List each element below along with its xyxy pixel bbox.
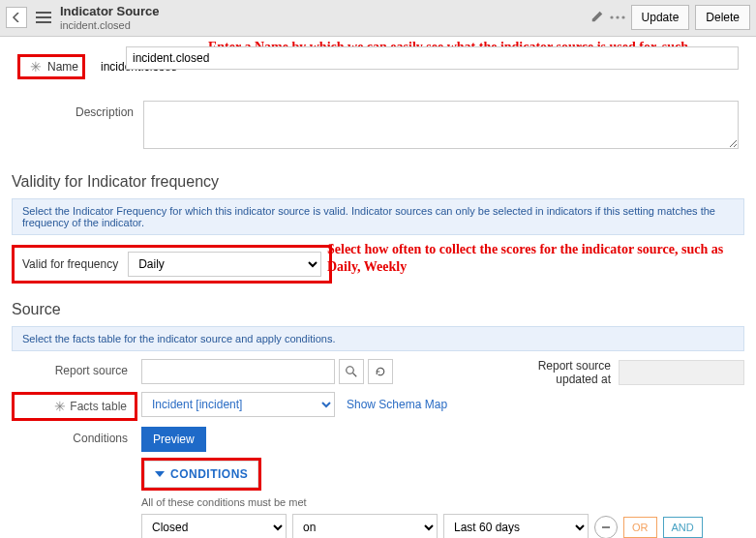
- name-label-highlight: ✳ Name: [17, 54, 85, 79]
- menu-icon[interactable]: [33, 7, 54, 28]
- facts-table-select[interactable]: Incident [incident]: [141, 392, 335, 417]
- title-sub: incident.closed: [60, 19, 160, 32]
- name-input-full[interactable]: [126, 46, 739, 70]
- description-label: Description: [17, 101, 143, 119]
- valid-frequency-highlight: Valid for frequency Daily: [12, 245, 332, 284]
- report-source-lookup-button[interactable]: [339, 359, 364, 384]
- report-updated-value: [619, 360, 744, 385]
- or-button[interactable]: OR: [623, 517, 657, 538]
- svg-point-1: [616, 16, 619, 19]
- report-updated-label: Report source updated at: [504, 359, 611, 386]
- conditions-label: Conditions: [12, 427, 137, 445]
- svg-point-0: [610, 16, 613, 19]
- show-schema-link[interactable]: Show Schema Map: [347, 398, 447, 411]
- and-button[interactable]: AND: [663, 517, 703, 538]
- condition-row: Closed on Last 60 days OR AND: [141, 514, 703, 538]
- facts-table-label: Facts table: [70, 400, 127, 413]
- validity-info: Select the Indicator Frequency for which…: [12, 198, 744, 235]
- facts-table-highlight: ✳ Facts table: [12, 392, 137, 421]
- source-section-title: Source: [12, 301, 756, 318]
- conditions-toggle[interactable]: CONDITIONS: [144, 461, 258, 488]
- edit-icon[interactable]: [590, 10, 604, 26]
- report-source-label: Report source: [12, 359, 137, 377]
- more-icon[interactable]: [610, 10, 625, 25]
- delete-button[interactable]: Delete: [695, 5, 750, 30]
- annotation-frequency: Select how often to collect the scores f…: [327, 241, 743, 276]
- title-main: Indicator Source: [60, 4, 160, 19]
- form-header: Indicator Source incident.closed Update …: [0, 0, 756, 37]
- svg-point-3: [347, 367, 354, 374]
- conditions-toggle-highlight: CONDITIONS: [141, 458, 261, 491]
- condition-field-select[interactable]: Closed: [141, 514, 287, 538]
- valid-frequency-select[interactable]: Daily: [128, 252, 321, 277]
- name-label: Name: [47, 60, 78, 74]
- report-source-refresh-button[interactable]: [368, 359, 393, 384]
- preview-button[interactable]: Preview: [141, 427, 206, 452]
- update-button[interactable]: Update: [631, 5, 690, 30]
- svg-point-2: [621, 16, 624, 19]
- description-input[interactable]: [143, 101, 739, 149]
- required-icon: ✳: [54, 399, 66, 414]
- conditions-message: All of these conditions must be met: [141, 496, 703, 508]
- chevron-down-icon: [155, 469, 165, 479]
- condition-operator-select[interactable]: on: [292, 514, 438, 538]
- required-icon: ✳: [30, 59, 42, 75]
- report-source-input[interactable]: [141, 359, 335, 384]
- valid-frequency-label: Valid for frequency: [22, 257, 118, 271]
- page-title: Indicator Source incident.closed: [60, 4, 160, 32]
- source-info: Select the facts table for the indicator…: [12, 326, 744, 351]
- validity-section-title: Validity for Indicator frequency: [12, 173, 756, 191]
- condition-value-select[interactable]: Last 60 days: [443, 514, 589, 538]
- svg-line-4: [353, 373, 357, 376]
- remove-condition-button[interactable]: [594, 516, 618, 538]
- conditions-toggle-label: CONDITIONS: [170, 467, 248, 481]
- back-button[interactable]: [6, 7, 27, 28]
